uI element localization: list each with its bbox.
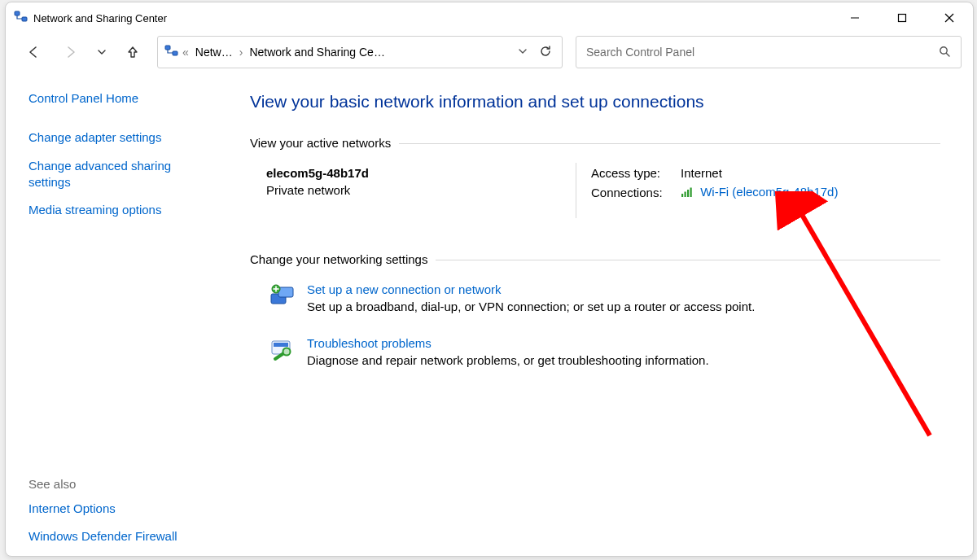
active-network-block: elecom5g-48b17d Private network Access t… — [266, 166, 940, 218]
see-also-internet-options[interactable]: Internet Options — [28, 501, 234, 517]
main-pane: View your basic network information and … — [234, 76, 973, 557]
active-networks-label: View your active networks — [250, 136, 940, 150]
troubleshoot-desc: Diagnose and repair network problems, or… — [307, 353, 709, 367]
address-bar[interactable]: « Netw… › Network and Sharing Ce… — [157, 36, 563, 68]
svg-rect-7 — [173, 51, 177, 55]
content-body: Control Panel Home Change adapter settin… — [6, 76, 973, 557]
window-title: Network and Sharing Center — [33, 12, 167, 24]
search-placeholder: Search Control Panel — [586, 46, 938, 59]
svg-rect-15 — [278, 287, 293, 297]
network-name: elecom5g-48b17d — [266, 166, 576, 180]
svg-rect-12 — [687, 190, 689, 197]
annotation-arrow — [771, 191, 950, 444]
sidebar-home-link[interactable]: Control Panel Home — [28, 90, 234, 107]
address-dropdown-button[interactable] — [510, 46, 536, 59]
svg-rect-3 — [899, 15, 906, 22]
see-also-label: See also — [28, 477, 234, 491]
svg-rect-11 — [685, 191, 686, 197]
sidebar-link-media[interactable]: Media streaming options — [28, 202, 234, 218]
window-frame: Network and Sharing Center — [5, 2, 974, 557]
access-type-label: Access type: — [591, 166, 681, 180]
troubleshoot-icon — [266, 336, 299, 369]
access-type-value: Internet — [681, 166, 722, 180]
address-icon — [164, 44, 179, 61]
setup-connection-item: Set up a new connection or network Set u… — [266, 282, 940, 315]
app-icon — [14, 10, 28, 27]
svg-line-9 — [946, 53, 949, 56]
troubleshoot-item: Troubleshoot problems Diagnose and repai… — [266, 336, 940, 369]
breadcrumb-root-sep: « — [179, 46, 192, 59]
minimize-button[interactable] — [831, 2, 878, 33]
sidebar-link-advanced[interactable]: Change advanced sharing settings — [28, 158, 191, 191]
network-type: Private network — [266, 183, 576, 197]
recent-locations-button[interactable] — [92, 37, 112, 67]
sidebar: Control Panel Home Change adapter settin… — [6, 76, 234, 557]
svg-rect-1 — [22, 17, 27, 21]
up-button[interactable] — [116, 37, 149, 67]
setup-connection-icon — [266, 282, 299, 315]
svg-rect-6 — [165, 46, 170, 50]
maximize-button[interactable] — [878, 2, 926, 33]
change-settings-label: Change your networking settings — [250, 252, 940, 266]
svg-rect-13 — [690, 187, 692, 197]
setup-connection-link[interactable]: Set up a new connection or network — [307, 282, 501, 296]
search-input[interactable]: Search Control Panel — [576, 36, 962, 68]
breadcrumb-sep-icon: › — [236, 46, 247, 59]
search-icon — [938, 45, 951, 60]
connections-label: Connections: — [591, 186, 681, 199]
sidebar-link-adapter[interactable]: Change adapter settings — [28, 129, 234, 146]
setup-connection-desc: Set up a broadband, dial-up, or VPN conn… — [307, 300, 755, 313]
vertical-divider — [576, 163, 576, 218]
svg-rect-0 — [15, 11, 20, 15]
svg-line-22 — [795, 203, 930, 435]
refresh-button[interactable] — [536, 45, 555, 60]
breadcrumb-2[interactable]: Network and Sharing Ce… — [246, 46, 388, 59]
troubleshoot-link[interactable]: Troubleshoot problems — [307, 336, 432, 350]
titlebar: Network and Sharing Center — [6, 2, 973, 33]
toolbar: « Netw… › Network and Sharing Ce… Search… — [6, 33, 973, 76]
window-controls — [831, 2, 973, 33]
back-button[interactable] — [17, 37, 50, 67]
svg-point-21 — [283, 348, 291, 356]
see-also-firewall[interactable]: Windows Defender Firewall — [28, 528, 234, 545]
page-title: View your basic network information and … — [250, 92, 940, 112]
connection-link[interactable]: Wi-Fi (elecom5g-48b17d) — [700, 185, 838, 199]
wifi-signal-icon — [681, 186, 697, 200]
svg-rect-20 — [274, 343, 288, 347]
breadcrumb-1[interactable]: Netw… — [192, 46, 236, 59]
forward-button[interactable] — [55, 37, 87, 67]
close-button[interactable] — [926, 2, 973, 33]
svg-rect-10 — [681, 194, 683, 197]
